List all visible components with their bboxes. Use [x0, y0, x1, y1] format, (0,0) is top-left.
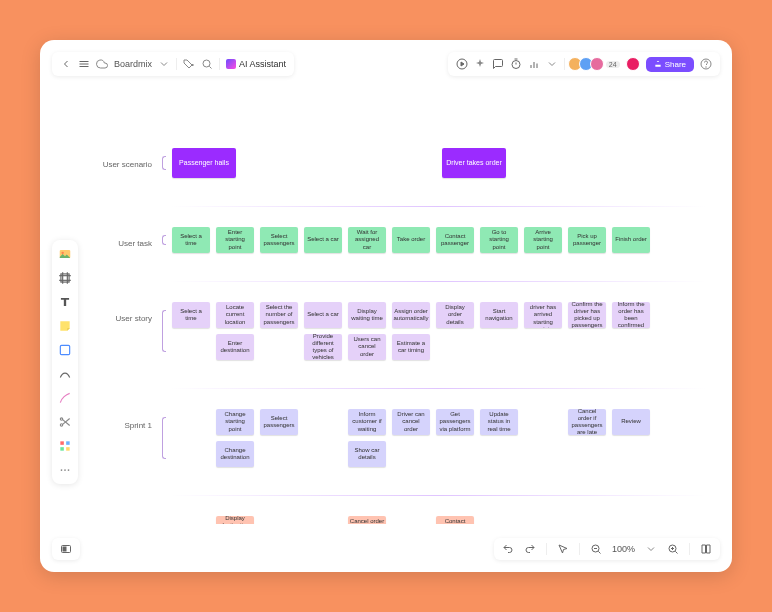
- empty-slot: [260, 334, 298, 360]
- story-card[interactable]: Provide different types of vehicles: [304, 334, 342, 360]
- empty-slot: [392, 148, 436, 174]
- dropdown-icon[interactable]: [158, 58, 170, 70]
- sticky-note-tool-icon[interactable]: [57, 318, 73, 334]
- story-card[interactable]: Arrive starting point: [524, 227, 562, 253]
- row: User storySelect a timeLocate current lo…: [90, 302, 716, 360]
- story-card[interactable]: Start navigation: [480, 302, 518, 328]
- image-tool-icon[interactable]: [57, 246, 73, 262]
- story-card[interactable]: Display waiting time: [348, 302, 386, 328]
- story-card[interactable]: Select passengers: [260, 227, 298, 253]
- chart-icon[interactable]: [528, 58, 540, 70]
- timer-icon[interactable]: [510, 58, 522, 70]
- story-card[interactable]: Review: [612, 409, 650, 435]
- row-label: User task: [90, 227, 160, 248]
- story-card[interactable]: Assign order automatically: [392, 302, 430, 328]
- story-card[interactable]: Locate current location: [216, 302, 254, 328]
- story-card[interactable]: Confirm the driver has picked up passeng…: [568, 302, 606, 328]
- story-card[interactable]: Contact passenger via chatbox: [436, 516, 474, 524]
- story-card[interactable]: Select the number of passengers: [260, 302, 298, 328]
- scissors-tool-icon[interactable]: [57, 414, 73, 430]
- row: User scenarioPassenger hailsDriver takes…: [90, 148, 716, 178]
- avatar-count: 24: [606, 61, 620, 68]
- zoom-level[interactable]: 100%: [612, 544, 635, 554]
- chevron-down-icon[interactable]: [546, 58, 558, 70]
- story-card[interactable]: Driver takes order: [442, 148, 506, 178]
- zoom-in-icon[interactable]: [667, 543, 679, 555]
- story-card[interactable]: Change destination: [216, 441, 254, 467]
- row: BacklogDisplay destination history of us…: [90, 516, 716, 524]
- zoom-out-icon[interactable]: [590, 543, 602, 555]
- story-card[interactable]: Cancel order if passengers are late: [568, 409, 606, 435]
- current-user-avatar[interactable]: [626, 57, 640, 71]
- divider: [170, 388, 706, 389]
- pointer-icon[interactable]: [557, 543, 569, 555]
- redo-icon[interactable]: [524, 543, 536, 555]
- comment-icon[interactable]: [492, 58, 504, 70]
- connector-tool-icon[interactable]: [57, 366, 73, 382]
- ai-assistant-button[interactable]: AI Assistant: [226, 59, 286, 69]
- story-card[interactable]: Select a car: [304, 302, 342, 328]
- story-card[interactable]: Enter destination: [216, 334, 254, 360]
- cards-wrap: Change starting pointSelect passengersIn…: [172, 409, 650, 467]
- svg-line-4: [209, 66, 211, 68]
- story-card[interactable]: Go to starting point: [480, 227, 518, 253]
- story-card[interactable]: Estimate a car timing: [392, 334, 430, 360]
- empty-slot: [172, 334, 210, 360]
- collaborator-avatars[interactable]: 24: [571, 57, 620, 71]
- story-card[interactable]: Inform the order has been confirmed: [612, 302, 650, 328]
- shape-tool-icon[interactable]: [57, 342, 73, 358]
- story-card[interactable]: Select a time: [172, 227, 210, 253]
- story-card[interactable]: Update status in real time: [480, 409, 518, 435]
- cards-line: Change starting pointSelect passengersIn…: [172, 409, 650, 435]
- story-card[interactable]: Display destination history of users: [216, 516, 254, 524]
- row-label: Sprint 1: [90, 409, 160, 430]
- svg-point-32: [64, 469, 66, 471]
- story-card[interactable]: Pick up passenger: [568, 227, 606, 253]
- file-title[interactable]: Boardmix: [114, 59, 152, 69]
- story-card[interactable]: Cancel order automatically if no reply: [348, 516, 386, 524]
- story-card[interactable]: Wait for assigned car: [348, 227, 386, 253]
- help-icon[interactable]: [700, 58, 712, 70]
- frame-tool-icon[interactable]: [57, 270, 73, 286]
- menu-icon[interactable]: [78, 58, 90, 70]
- empty-slot: [260, 441, 298, 467]
- more-tools-icon[interactable]: [57, 462, 73, 478]
- apps-tool-icon[interactable]: [57, 438, 73, 454]
- story-card[interactable]: Users can cancel order: [348, 334, 386, 360]
- story-card[interactable]: Contact passenger: [436, 227, 474, 253]
- story-card[interactable]: Change starting point: [216, 409, 254, 435]
- canvas[interactable]: User scenarioPassenger hailsDriver takes…: [90, 88, 716, 524]
- tag-icon[interactable]: [183, 58, 195, 70]
- brace-icon: [160, 227, 166, 253]
- story-card[interactable]: Enter starting point: [216, 227, 254, 253]
- pen-tool-icon[interactable]: [57, 390, 73, 406]
- play-icon[interactable]: [456, 58, 468, 70]
- story-card[interactable]: Take order: [392, 227, 430, 253]
- story-card[interactable]: Finish order: [612, 227, 650, 253]
- story-card[interactable]: Confirm the driver has arrived starting …: [524, 302, 562, 328]
- cards-line: Enter destinationProvide different types…: [172, 334, 650, 360]
- story-card[interactable]: Inform customer if waiting: [348, 409, 386, 435]
- chevron-down-icon[interactable]: [645, 543, 657, 555]
- story-card[interactable]: Display order details: [436, 302, 474, 328]
- book-icon[interactable]: [700, 543, 712, 555]
- minimap-button[interactable]: [52, 538, 80, 560]
- avatar: [590, 57, 604, 71]
- empty-slot: [292, 148, 336, 174]
- story-card[interactable]: Show car details: [348, 441, 386, 467]
- story-card[interactable]: Passenger hails: [172, 148, 236, 178]
- back-icon[interactable]: [60, 58, 72, 70]
- story-card[interactable]: Select passengers: [260, 409, 298, 435]
- left-toolbar: [52, 240, 78, 484]
- undo-icon[interactable]: [502, 543, 514, 555]
- sparkle-icon[interactable]: [474, 58, 486, 70]
- main-toolbar: Boardmix AI Assistant: [52, 52, 294, 76]
- text-tool-icon[interactable]: [57, 294, 73, 310]
- search-icon[interactable]: [201, 58, 213, 70]
- story-card[interactable]: Select a time: [172, 302, 210, 328]
- share-button[interactable]: Share: [646, 57, 694, 72]
- story-card[interactable]: Select a car: [304, 227, 342, 253]
- story-card[interactable]: Driver can cancel order: [392, 409, 430, 435]
- story-card[interactable]: Get passengers via platform: [436, 409, 474, 435]
- row: Sprint 1Change starting pointSelect pass…: [90, 409, 716, 467]
